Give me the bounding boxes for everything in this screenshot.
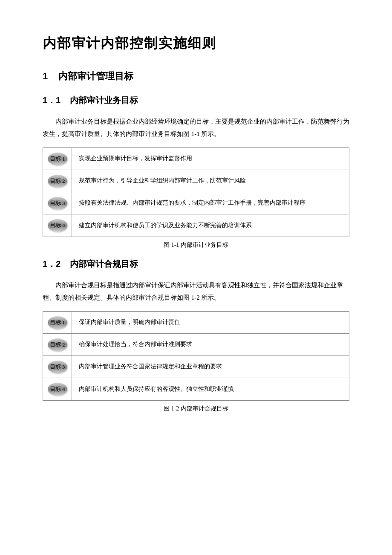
badge-oval-2: 目标 2: [48, 175, 67, 188]
badge-oval-2-1: 目标 1: [48, 316, 67, 329]
goal-text-2-1: 保证内部审计质量，明确内部审计责任: [72, 313, 349, 331]
subsection-1-1: 1．1 内部审计业务目标 内部审计业务目标是根据企业内部经营环境确定的目标，主要…: [43, 95, 349, 249]
goal-row-2-4: 目标 4 内部审计机构和人员保持应有的客观性、独立性和职业谨慎: [43, 378, 349, 400]
subsection-1-2-title: 1．2 内部审计合规目标: [43, 258, 349, 270]
goal-text-1: 实现企业预期审计目标，发挥审计监督作用: [72, 150, 349, 168]
goal-text-3: 按照有关法律法规、内部审计规范的要求，制定内部审计工作手册，完善内部审计程序: [72, 194, 349, 212]
goal-badge-2-4: 目标 4: [43, 378, 72, 400]
goal-badge-3: 目标 3: [43, 192, 72, 214]
figure-1-2-caption: 图 1-2 内部审计合规目标: [43, 405, 349, 413]
goal-row-2: 目标 2 规范审计行为，引导企业科学组织内部审计工作，防范审计风险: [43, 170, 349, 192]
goal-text-2-4: 内部审计机构和人员保持应有的客观性、独立性和职业谨慎: [72, 380, 349, 398]
goal-badge-2-3: 目标 3: [43, 356, 72, 378]
goal-badge-2: 目标 2: [43, 170, 72, 192]
subsection-1-1-title: 1．1 内部审计业务目标: [43, 95, 349, 106]
page-title: 内部审计内部控制实施细则: [43, 34, 349, 53]
badge-oval-2-3: 目标 3: [48, 361, 67, 373]
goal-row-4: 目标 4 建立内部审计机构和使员工的学识及业务能力不断完善的培训体系: [43, 214, 349, 237]
badge-oval-2-4: 目标 4: [48, 383, 67, 396]
goal-row-1: 目标 1 实现企业预期审计目标，发挥审计监督作用: [43, 148, 349, 170]
subsection-1-1-paragraph: 内部审计业务目标是根据企业内部经营环境确定的目标，主要是规范企业的内部审计工作，…: [43, 116, 349, 140]
badge-oval-1: 目标 1: [48, 153, 67, 165]
goal-row-2-2: 目标 2 确保审计处理恰当，符合内部审计准则要求: [43, 334, 349, 356]
figure-1-1-caption: 图 1-1 内部审计业务目标: [43, 241, 349, 249]
subsection-1-2: 1．2 内部审计合规目标 内部审计合规目标是指通过内部审计保证内部审计活动具有客…: [43, 258, 349, 413]
goal-row-2-3: 目标 3 内部审计管理业务符合国家法律规定和企业章程的要求: [43, 356, 349, 378]
subsection-1-2-paragraph: 内部审计合规目标是指通过内部审计保证内部审计活动具有客观性和独立性，并符合国家法…: [43, 279, 349, 304]
goal-text-2: 规范审计行为，引导企业科学组织内部审计工作，防范审计风险: [72, 172, 349, 190]
goal-badge-2-1: 目标 1: [43, 312, 72, 333]
goal-badge-4: 目标 4: [43, 214, 72, 237]
goal-badge-1: 目标 1: [43, 148, 72, 170]
goal-text-2-3: 内部审计管理业务符合国家法律规定和企业章程的要求: [72, 358, 349, 376]
goal-row-3: 目标 3 按照有关法律法规、内部审计规范的要求，制定内部审计工作手册，完善内部审…: [43, 192, 349, 214]
goal-row-2-1: 目标 1 保证内部审计质量，明确内部审计责任: [43, 312, 349, 334]
figure-1-1: 目标 1 实现企业预期审计目标，发挥审计监督作用 目标 2 规范审计行为，引导企…: [43, 147, 349, 237]
section-1-title: 1 内部审计管理目标: [43, 70, 349, 83]
goal-text-4: 建立内部审计机构和使员工的学识及业务能力不断完善的培训体系: [72, 217, 349, 234]
figure-1-2: 目标 1 保证内部审计质量，明确内部审计责任 目标 2 确保审计处理恰当，符合内…: [43, 311, 349, 401]
goal-badge-2-2: 目标 2: [43, 334, 72, 356]
goal-text-2-2: 确保审计处理恰当，符合内部审计准则要求: [72, 335, 349, 353]
section-1: 1 内部审计管理目标 1．1 内部审计业务目标 内部审计业务目标是根据企业内部经…: [43, 70, 349, 413]
badge-oval-3: 目标 3: [48, 197, 67, 210]
badge-oval-2-2: 目标 2: [48, 338, 67, 351]
badge-oval-4: 目标 4: [48, 219, 67, 232]
